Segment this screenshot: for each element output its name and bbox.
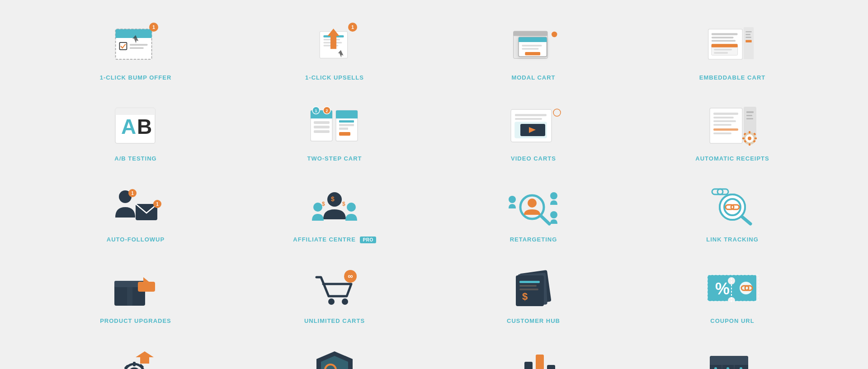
svg-rect-57 [339,128,348,130]
svg-line-101 [540,215,549,224]
integrations-icon-wrapper [108,347,163,369]
svg-text:$: $ [331,195,335,203]
svg-point-96 [313,203,322,212]
automatic-receipts-label: AUTOMATIC RECEIPTS [695,155,769,162]
link-tracking-icon-wrapper [705,184,760,230]
svg-rect-68 [713,117,734,118]
svg-rect-128 [519,289,538,290]
feature-two-step-cart[interactable]: 1 2 TWO-STEP CART [235,90,434,171]
svg-rect-50 [314,126,330,128]
svg-text:$: $ [342,201,345,207]
ab-testing-label: A/B TESTING [114,155,156,162]
product-upgrades-label: PRODUCT UPGRADES [100,317,171,324]
feature-auto-followup[interactable]: 1 1 AUTO-FOLLOWUP [36,171,235,252]
video-carts-label: VIDEO CARTS [511,155,556,162]
upsells-label: 1-CLICK UPSELLS [305,74,364,81]
svg-point-104 [550,192,557,199]
svg-rect-72 [713,132,731,134]
upsells-icon-wrapper: 1 [307,23,362,68]
feature-product-upgrades[interactable]: PRODUCT UPGRADES [36,252,235,333]
feature-embeddable-cart[interactable]: EMBEDDABLE CART [633,9,832,90]
feature-bump-offer[interactable]: 1 1-CLICK BUMP OFFER [36,9,235,90]
feature-link-tracking[interactable]: LINK TRACKING [633,171,832,252]
svg-rect-18 [519,40,547,42]
svg-rect-4 [130,44,148,46]
retargeting-label: RETARGETING [510,236,557,243]
svg-rect-56 [339,124,354,126]
auto-followup-label: AUTO-FOLLOWUP [107,236,165,243]
affiliate-centre-label: AFFILIATE CENTRE PRO [293,236,376,243]
upsells-badge: 1 [348,23,357,32]
svg-rect-35 [745,37,751,38]
feature-upsells[interactable]: 1 1-CLICK UPSELLS [235,9,434,90]
features-grid: 1 1-CLICK BUMP OFFER 1 [0,0,868,369]
svg-rect-81 [749,143,750,146]
customer-hub-label: CUSTOMER HUB [507,317,560,324]
svg-rect-76 [746,118,753,119]
feature-retargeting[interactable]: RETARGETING [434,171,633,252]
feature-modal-cart[interactable]: MODAL CART [434,9,633,90]
svg-rect-126 [519,281,540,283]
ab-testing-icon-wrapper: A B [108,104,163,149]
svg-line-111 [742,217,750,224]
svg-text:2: 2 [326,109,328,113]
feature-ab-testing[interactable]: A B A/B TESTING [36,90,235,171]
svg-rect-30 [714,49,732,51]
svg-rect-49 [314,121,330,124]
coupon-url-label: COUPON URL [710,317,754,324]
svg-rect-21 [525,52,540,55]
svg-rect-58 [339,132,350,136]
svg-rect-75 [746,115,752,116]
svg-rect-44 [311,116,332,118]
product-upgrades-icon-wrapper [108,266,163,311]
svg-point-22 [552,32,557,37]
svg-point-97 [347,203,356,212]
svg-point-119 [328,298,335,305]
analytics-icon-wrapper [506,347,561,369]
svg-rect-26 [712,40,736,42]
svg-rect-51 [314,130,330,133]
svg-point-120 [342,298,348,305]
svg-rect-125 [516,275,544,306]
video-carts-icon-wrapper [506,104,561,149]
feature-secure-checkout[interactable]: SECURE CHECKOUT [235,333,434,369]
svg-rect-5 [130,47,144,49]
feature-customer-hub[interactable]: $ CUSTOMER HUB [434,252,633,333]
bump-offer-label: 1-CLICK BUMP OFFER [100,74,172,81]
feature-affiliate-centre[interactable]: $ $ $ AFFILIATE CENTRE PRO [235,171,434,252]
auto-followup-icon-wrapper: 1 1 [108,184,163,230]
svg-rect-29 [712,46,738,47]
embeddable-cart-label: EMBEDDABLE CART [699,74,765,81]
feature-coupon-url[interactable]: % COUPON URL [633,252,832,333]
svg-text:%: % [715,279,730,298]
modal-cart-icon-wrapper [506,23,561,68]
two-step-cart-icon-wrapper: 1 2 [307,104,362,149]
feature-automatic-receipts[interactable]: AUTOMATIC RECEIPTS [633,90,832,171]
secure-checkout-icon-wrapper [307,347,362,369]
svg-rect-20 [522,48,538,50]
svg-rect-55 [339,120,354,123]
feature-video-carts[interactable]: VIDEO CARTS [434,90,633,171]
svg-text:∞: ∞ [348,272,353,280]
feature-unlimited-carts[interactable]: ∞ UNLIMITED CARTS [235,252,434,333]
svg-rect-61 [515,118,542,120]
svg-rect-60 [515,114,547,116]
svg-rect-71 [713,128,738,131]
svg-rect-54 [336,116,358,118]
feature-analytics[interactable]: ANALYTICS [434,333,633,369]
bump-offer-badge: 1 [149,23,158,32]
svg-rect-15 [514,31,548,36]
feature-integrations[interactable]: INTEGRATIONS [36,333,235,369]
customer-hub-icon-wrapper: $ [506,266,561,311]
svg-point-79 [748,137,751,140]
svg-rect-157 [536,355,544,369]
zapier-icon-wrapper: FREE TRIAL + [705,347,760,369]
svg-point-65 [553,109,561,116]
svg-rect-161 [710,361,748,365]
two-step-cart-label: TWO-STEP CART [307,155,362,162]
svg-rect-67 [713,113,738,115]
svg-rect-82 [742,137,745,139]
feature-zapier[interactable]: FREE TRIAL + ZAPIER [633,333,832,369]
automatic-receipts-icon-wrapper [705,104,760,149]
svg-rect-31 [714,52,728,54]
